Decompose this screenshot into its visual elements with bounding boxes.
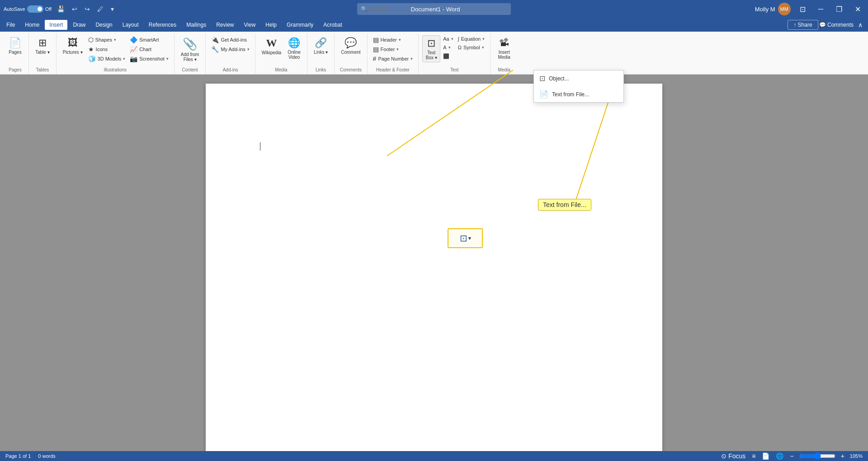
share-button[interactable]: ↑ Share [788,20,818,30]
web-layout-button[interactable]: 🌐 [775,452,784,460]
autosave-label: AutoSave [4,6,25,12]
textbox-dropdown-button[interactable]: ⊡ ▾ [448,228,483,248]
wordart-button[interactable]: A ▾ [441,44,452,51]
menu-insert[interactable]: Insert [45,20,67,30]
wordart-icon: A [443,45,446,50]
header-icon: ▤ [373,36,379,43]
document-area: ⊡ ▾ [0,75,868,451]
minimize-button[interactable]: ─ [815,4,827,14]
links-button[interactable]: 🔗 Links ▾ [311,35,330,56]
menu-file[interactable]: File [2,20,19,30]
read-mode-button[interactable]: ≡ [751,452,756,460]
search-input[interactable] [357,3,511,15]
save-quick-button[interactable]: 💾 [55,5,66,14]
ribbon-group-links: 🔗 Links ▾ Links [307,33,335,74]
search-container: 🔍 [357,3,511,15]
shapes-icon: ⬡ [88,36,94,43]
text-from-file-menu-item[interactable]: 📄 Text from File... [534,86,623,102]
autosave-pill[interactable] [27,5,43,13]
close-button[interactable]: ✕ [851,4,864,14]
user-info: Molly M MM [755,3,791,15]
focus-button[interactable]: ⊙ Focus [720,452,746,460]
page-number-icon: # [373,55,377,62]
ribbon-group-media: W Wikipedia 🌐 OnlineVideo Media [255,33,307,74]
statusbar: Page 1 of 1 0 words ⊙ Focus ≡ 📄 🌐 − + 10… [0,451,868,461]
menu-acrobat[interactable]: Acrobat [319,20,346,30]
autosave-toggle[interactable]: AutoSave Off [4,5,52,13]
symbol-button[interactable]: Ω Symbol ▾ [456,44,486,51]
pages-button[interactable]: 📄 Pages [6,35,24,56]
footer-button[interactable]: ▤ Footer ▾ [371,45,401,54]
equation-icon: ∫ [458,36,459,42]
table-button[interactable]: ⊞ Table ▾ [33,35,52,56]
ribbon-collapse-button[interactable]: ∧ [854,20,866,29]
comments-button[interactable]: 💬 Comments [819,22,854,28]
screenshot-button[interactable]: 📷 Screenshot ▾ [128,54,170,63]
menu-review[interactable]: Review [212,20,238,30]
menu-references[interactable]: References [144,20,181,30]
comment-icon: 💬 [344,37,357,49]
online-video-icon: 🌐 [288,37,300,49]
maximize-button[interactable]: ❐ [832,4,846,14]
word-count: 0 words [38,453,56,459]
shapes-button[interactable]: ⬡ Shapes ▾ [86,35,118,44]
dropcap-button[interactable]: ⬛ [441,52,451,60]
zoom-out-button[interactable]: − [789,452,794,460]
menu-view[interactable]: View [240,20,260,30]
get-addins-button[interactable]: 🔌 Get Add-ins [209,35,248,44]
object-menu-item[interactable]: ⊡ Object... [534,71,623,86]
ribbon-group-tables: ⊞ Table ▾ Tables [29,33,57,74]
table-icon: ⊞ [38,37,47,49]
zoom-in-button[interactable]: + [840,452,845,460]
page-number-button[interactable]: # Page Number ▾ [371,54,415,63]
symbol-icon: Ω [458,45,462,50]
document-page[interactable]: ⊡ ▾ [206,84,662,451]
menu-home[interactable]: Home [20,20,44,30]
autosave-state: Off [45,6,52,12]
ribbon-group-pages: 📄 Pages Pages [2,33,29,74]
icons-button[interactable]: ★ Icons [86,45,109,54]
pictures-button[interactable]: 🖼 Pictures ▾ [60,35,85,56]
footer-icon: ▤ [373,46,379,53]
menu-draw[interactable]: Draw [68,20,90,30]
qa-dropdown-button[interactable]: ▾ [109,5,116,14]
menu-design[interactable]: Design [91,20,117,30]
avatar: MM [778,3,791,15]
menu-help[interactable]: Help [261,20,281,30]
menubar: File Home Insert Draw Design Layout Refe… [0,18,868,32]
add-files-icon: 📎 [183,37,197,51]
my-addins-button[interactable]: 🔧 My Add-ins ▾ [209,45,251,54]
menu-layout[interactable]: Layout [118,20,143,30]
equation-button[interactable]: ∫ Equation ▾ [456,35,486,42]
textbox-icon: ⊡ [427,38,435,49]
online-video-button[interactable]: 🌐 OnlineVideo [285,35,303,61]
window-restore-button[interactable]: ⊡ [796,4,809,14]
print-layout-button[interactable]: 📄 [761,452,770,460]
menu-mailings[interactable]: Mailings [182,20,211,30]
ribbon-group-media2: 📽 InsertMedia Media [491,33,518,74]
ribbon-group-headerfooter: ▤ Header ▾ ▤ Footer ▾ # Page Number ▾ He… [368,33,419,74]
comment-button[interactable]: 💬 Comment [338,35,363,56]
zoom-slider[interactable] [799,452,835,460]
page-info: Page 1 of 1 [5,453,31,459]
3dmodels-button[interactable]: 🧊 3D Models ▾ [86,54,127,63]
menu-grammarly[interactable]: Grammarly [282,20,318,30]
ribbon: 📄 Pages Pages ⊞ Table ▾ Tables 🖼 Picture… [0,32,868,75]
ribbon-group-illustrations: 🖼 Pictures ▾ ⬡ Shapes ▾ ★ Icons 🧊 3D Mod… [57,33,175,74]
textbox-button[interactable]: ⊡ TextBox ▾ [422,35,440,62]
customize-qa-button[interactable]: 🖊 [95,5,105,14]
add-from-files-button[interactable]: 📎 Add fromFiles ▾ [178,35,202,64]
redo-button[interactable]: ↪ [83,5,92,14]
ribbon-group-addins: 🔌 Get Add-ins 🔧 My Add-ins ▾ Add-ins [206,33,255,74]
wikipedia-button[interactable]: W Wikipedia [259,35,284,57]
quick-parts-button[interactable]: Aa ▾ [441,35,455,42]
chart-button[interactable]: 📈 Chart [128,45,153,54]
links-icon: 🔗 [315,37,327,49]
undo-button[interactable]: ↩ [70,5,79,14]
smartart-button[interactable]: 🔷 SmartArt [128,35,160,44]
header-button[interactable]: ▤ Header ▾ [371,35,403,44]
wikipedia-icon: W [266,37,277,49]
pages-icon: 📄 [9,37,21,49]
textbox-dropdown-arrow: ▾ [468,235,471,241]
insert-media-button[interactable]: 📽 InsertMedia [495,35,513,61]
